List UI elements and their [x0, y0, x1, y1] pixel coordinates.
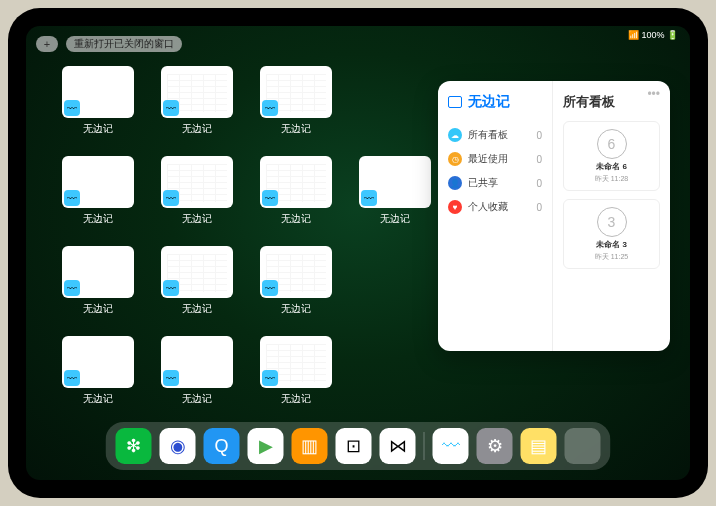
- freeform-app-icon: 〰: [163, 370, 179, 386]
- dock-app-settings[interactable]: ⚙: [477, 428, 513, 464]
- window-label: 无边记: [83, 212, 113, 226]
- window-thumbnail[interactable]: 〰: [62, 66, 134, 118]
- window-label: 无边记: [182, 302, 212, 316]
- board-sketch: 6: [597, 129, 627, 159]
- window-thumbnail[interactable]: 〰: [161, 336, 233, 388]
- sidebar-item[interactable]: 👤已共享0: [448, 171, 542, 195]
- dock-app-connect[interactable]: ⋈: [380, 428, 416, 464]
- window-label: 无边记: [83, 122, 113, 136]
- panel-title-label: 无边记: [468, 93, 510, 111]
- dock-recent-apps[interactable]: [565, 428, 601, 464]
- board-name: 未命名 6: [596, 161, 627, 172]
- freeform-app-icon: 〰: [262, 100, 278, 116]
- nav-icon: ♥: [448, 200, 462, 214]
- window-item[interactable]: 〰无边记: [155, 156, 238, 226]
- window-thumbnail[interactable]: 〰: [359, 156, 431, 208]
- nav-count: 0: [536, 202, 542, 213]
- nav-label: 个人收藏: [468, 200, 508, 214]
- freeform-app-icon: 〰: [262, 370, 278, 386]
- panel-sidebar: 无边记 ☁所有看板0◷最近使用0👤已共享0♥个人收藏0: [438, 81, 553, 351]
- window-thumbnail[interactable]: 〰: [62, 156, 134, 208]
- window-thumbnail[interactable]: 〰: [161, 246, 233, 298]
- panel-title: 无边记: [448, 93, 542, 111]
- freeform-app-icon: 〰: [64, 190, 80, 206]
- freeform-app-icon: 〰: [163, 100, 179, 116]
- dock-separator: [424, 432, 425, 460]
- nav-count: 0: [536, 130, 542, 141]
- freeform-app-icon: 〰: [262, 190, 278, 206]
- window-label: 无边记: [182, 392, 212, 406]
- window-label: 无边记: [281, 212, 311, 226]
- nav-label: 所有看板: [468, 128, 508, 142]
- board-date: 昨天 11:28: [595, 174, 628, 184]
- window-item[interactable]: 〰无边记: [155, 246, 238, 316]
- window-item[interactable]: 〰无边记: [56, 66, 139, 136]
- window-item[interactable]: 〰无边记: [155, 336, 238, 406]
- add-button[interactable]: +: [36, 36, 58, 52]
- window-label: 无边记: [281, 302, 311, 316]
- window-thumbnail[interactable]: 〰: [62, 246, 134, 298]
- window-item[interactable]: 〰无边记: [254, 66, 337, 136]
- window-label: 无边记: [182, 122, 212, 136]
- sidebar-item[interactable]: ☁所有看板0: [448, 123, 542, 147]
- sidebar-item[interactable]: ◷最近使用0: [448, 147, 542, 171]
- window-item[interactable]: 〰无边记: [254, 246, 337, 316]
- freeform-app-icon: 〰: [64, 100, 80, 116]
- board-sketch: 3: [597, 207, 627, 237]
- board-card[interactable]: 3未命名 3昨天 11:25: [563, 199, 660, 269]
- freeform-app-icon: 〰: [163, 190, 179, 206]
- more-icon[interactable]: •••: [647, 87, 660, 101]
- dock: ❇◉Q▶▥⊡⋈〰⚙▤: [106, 422, 611, 470]
- nav-label: 最近使用: [468, 152, 508, 166]
- window-item[interactable]: 〰无边记: [254, 156, 337, 226]
- window-item[interactable]: 〰无边记: [56, 246, 139, 316]
- board-card[interactable]: 6未命名 6昨天 11:28: [563, 121, 660, 191]
- dock-app-play[interactable]: ▶: [248, 428, 284, 464]
- ipad-frame: 📶 100% 🔋 + 重新打开已关闭的窗口 〰无边记〰无边记〰无边记〰无边记〰无…: [8, 8, 708, 498]
- dock-app-quark[interactable]: ◉: [160, 428, 196, 464]
- window-item[interactable]: 〰无边记: [56, 336, 139, 406]
- dock-app-books[interactable]: ▥: [292, 428, 328, 464]
- board-name: 未命名 3: [596, 239, 627, 250]
- freeform-panel: ••• 无边记 ☁所有看板0◷最近使用0👤已共享0♥个人收藏0 所有看板 6未命…: [438, 81, 670, 351]
- freeform-app-icon: 〰: [361, 190, 377, 206]
- window-thumbnail[interactable]: 〰: [260, 336, 332, 388]
- window-thumbnail[interactable]: 〰: [161, 66, 233, 118]
- dock-app-notes[interactable]: ▤: [521, 428, 557, 464]
- window-thumbnail[interactable]: 〰: [260, 246, 332, 298]
- status-bar: 📶 100% 🔋: [628, 30, 678, 40]
- panel-right-title: 所有看板: [563, 93, 660, 111]
- window-thumbnail[interactable]: 〰: [260, 156, 332, 208]
- freeform-icon: [448, 96, 462, 108]
- window-label: 无边记: [182, 212, 212, 226]
- dock-app-wechat[interactable]: ❇: [116, 428, 152, 464]
- nav-icon: ◷: [448, 152, 462, 166]
- window-label: 无边记: [83, 302, 113, 316]
- nav-count: 0: [536, 154, 542, 165]
- window-thumbnail[interactable]: 〰: [161, 156, 233, 208]
- window-item[interactable]: 〰无边记: [56, 156, 139, 226]
- windows-grid: 〰无边记〰无边记〰无边记〰无边记〰无边记〰无边记〰无边记〰无边记〰无边记〰无边记…: [56, 66, 436, 406]
- dock-app-dice[interactable]: ⊡: [336, 428, 372, 464]
- sidebar-item[interactable]: ♥个人收藏0: [448, 195, 542, 219]
- window-item[interactable]: 〰无边记: [254, 336, 337, 406]
- window-label: 无边记: [281, 122, 311, 136]
- freeform-app-icon: 〰: [262, 280, 278, 296]
- dock-app-qqbrowser[interactable]: Q: [204, 428, 240, 464]
- window-label: 无边记: [380, 212, 410, 226]
- window-item[interactable]: 〰无边记: [155, 66, 238, 136]
- dock-app-freeform[interactable]: 〰: [433, 428, 469, 464]
- freeform-app-icon: 〰: [64, 280, 80, 296]
- nav-icon: 👤: [448, 176, 462, 190]
- nav-icon: ☁: [448, 128, 462, 142]
- reopen-closed-window-pill[interactable]: 重新打开已关闭的窗口: [66, 36, 182, 52]
- window-thumbnail[interactable]: 〰: [260, 66, 332, 118]
- nav-label: 已共享: [468, 176, 498, 190]
- screen: 📶 100% 🔋 + 重新打开已关闭的窗口 〰无边记〰无边记〰无边记〰无边记〰无…: [26, 26, 690, 480]
- freeform-app-icon: 〰: [64, 370, 80, 386]
- window-thumbnail[interactable]: 〰: [62, 336, 134, 388]
- nav-count: 0: [536, 178, 542, 189]
- window-label: 无边记: [83, 392, 113, 406]
- window-label: 无边记: [281, 392, 311, 406]
- window-item[interactable]: 〰无边记: [353, 156, 436, 226]
